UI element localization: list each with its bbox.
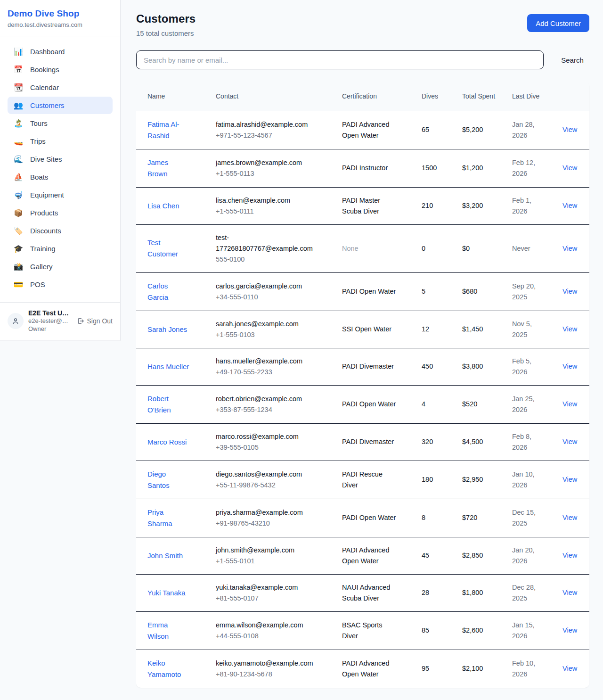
certification: PADI Divemaster	[331, 423, 410, 461]
view-link[interactable]: View	[562, 552, 577, 559]
customer-email: keiko.yamamoto@example.com	[216, 658, 319, 669]
column-header-last-dive: Last Dive	[501, 82, 551, 111]
customer-name-link[interactable]: Test Customer	[147, 239, 178, 258]
view-link[interactable]: View	[562, 245, 577, 252]
sidebar-item-calendar[interactable]: 📆 Calendar	[8, 79, 113, 96]
view-link[interactable]: View	[562, 164, 577, 172]
customer-email: priya.sharma@example.com	[216, 507, 319, 518]
certification: PADI Divemaster	[331, 348, 410, 385]
search-input[interactable]	[136, 50, 544, 69]
table-row: Test Customer test-1772681807767@example…	[136, 224, 589, 272]
customer-phone: +971-55-123-4567	[216, 130, 319, 141]
customer-name-link[interactable]: Hans Mueller	[147, 362, 189, 371]
sidebar-item-label: Gallery	[30, 263, 53, 271]
customer-phone: +1-555-0113	[216, 168, 319, 179]
contact-cell: robert.obrien@example.com +353-87-555-12…	[204, 385, 331, 423]
customer-name-link[interactable]: Diego Santos	[147, 470, 170, 489]
certification: PADI Master Scuba Diver	[331, 187, 410, 224]
view-link[interactable]: View	[562, 400, 577, 408]
sidebar-item-customers[interactable]: 👥 Customers	[8, 97, 113, 114]
customer-email: sarah.jones@example.com	[216, 319, 319, 329]
search-button[interactable]: Search	[555, 54, 589, 66]
sidebar-item-equipment[interactable]: 🤿 Equipment	[8, 186, 113, 204]
customer-name-link[interactable]: Emma Wilson	[147, 621, 169, 640]
customer-name-link[interactable]: Marco Rossi	[147, 438, 187, 446]
sidebar-item-icon: 🌊	[13, 156, 24, 163]
last-dive-date: Feb 8, 2026	[501, 423, 551, 461]
table-row: Yuki Tanaka yuki.tanaka@example.com +81-…	[136, 574, 589, 611]
sidebar-item-icon: 📊	[13, 48, 24, 56]
customer-phone: +353-87-555-1234	[216, 404, 319, 415]
sidebar-header: Demo Dive Shop demo.test.divestreams.com	[0, 0, 120, 36]
sign-out-label: Sign Out	[87, 317, 113, 325]
sidebar-item-pos[interactable]: 💳 POS	[8, 276, 113, 293]
total-spent: $4,500	[451, 423, 501, 461]
table-row: Keiko Yamamoto keiko.yamamoto@example.co…	[136, 650, 589, 688]
view-link[interactable]: View	[562, 476, 577, 483]
dives-count: 8	[410, 499, 451, 537]
dives-count: 12	[410, 311, 451, 348]
sidebar-item-icon: 📸	[13, 263, 24, 271]
last-dive-date: Jan 10, 2026	[501, 461, 551, 499]
customer-name-link[interactable]: James Brown	[147, 158, 168, 178]
column-header-actions	[551, 82, 589, 111]
last-dive-date: Nov 5, 2025	[501, 311, 551, 348]
view-link[interactable]: View	[562, 438, 577, 445]
contact-cell: yuki.tanaka@example.com +81-555-0107	[204, 574, 331, 611]
certification: PADI Rescue Diver	[331, 461, 410, 499]
sign-out-button[interactable]: Sign Out	[77, 317, 113, 325]
customer-name-link[interactable]: Keiko Yamamoto	[147, 659, 181, 678]
person-icon	[12, 317, 19, 325]
view-link[interactable]: View	[562, 589, 577, 596]
customer-email: lisa.chen@example.com	[216, 195, 319, 206]
table-row: Sarah Jones sarah.jones@example.com +1-5…	[136, 311, 589, 348]
total-spent: $2,100	[451, 650, 501, 688]
sidebar-item-icon: 📦	[13, 209, 24, 217]
sidebar-item-tours[interactable]: 🏝️ Tours	[8, 115, 113, 132]
customer-name-link[interactable]: Robert O'Brien	[147, 395, 171, 414]
view-link[interactable]: View	[562, 126, 577, 133]
dives-count: 95	[410, 650, 451, 688]
customer-name-link[interactable]: Lisa Chen	[147, 202, 179, 210]
dives-count: 4	[410, 385, 451, 423]
sidebar-item-dive-sites[interactable]: 🌊 Dive Sites	[8, 150, 113, 168]
view-link[interactable]: View	[562, 626, 577, 634]
sidebar-nav: 📊 Dashboard 📅 Bookings 📆 Calendar 👥 Cust…	[0, 36, 120, 298]
view-link[interactable]: View	[562, 665, 577, 672]
sidebar-item-products[interactable]: 📦 Products	[8, 204, 113, 222]
customer-name-link[interactable]: Carlos Garcia	[147, 282, 168, 301]
customer-name-link[interactable]: John Smith	[147, 552, 183, 560]
sidebar-item-gallery[interactable]: 📸 Gallery	[8, 258, 113, 275]
customer-name-link[interactable]: Fatima Al-Rashid	[147, 120, 179, 140]
customer-name-link[interactable]: Sarah Jones	[147, 325, 187, 333]
sidebar-item-boats[interactable]: ⛵ Boats	[8, 168, 113, 186]
table-row: Fatima Al-Rashid fatima.alrashid@example…	[136, 111, 589, 149]
sidebar-item-icon: 📅	[13, 66, 24, 74]
view-link[interactable]: View	[562, 514, 577, 521]
add-customer-button[interactable]: Add Customer	[527, 14, 589, 32]
sidebar-item-bookings[interactable]: 📅 Bookings	[8, 61, 113, 78]
total-spent: $2,850	[451, 537, 501, 574]
view-link[interactable]: View	[562, 362, 577, 370]
contact-cell: test-1772681807767@example.com 555-0100	[204, 224, 331, 272]
table-row: Diego Santos diego.santos@example.com +5…	[136, 461, 589, 499]
customer-name-link[interactable]: Yuki Tanaka	[147, 589, 186, 597]
sidebar-item-discounts[interactable]: 🏷️ Discounts	[8, 222, 113, 239]
view-link[interactable]: View	[562, 202, 577, 209]
table-row: Carlos Garcia carlos.garcia@example.com …	[136, 272, 589, 311]
view-link[interactable]: View	[562, 325, 577, 333]
customer-phone: +44-555-0108	[216, 631, 319, 642]
column-header-total-spent: Total Spent	[451, 82, 501, 111]
customer-phone: 555-0100	[216, 254, 319, 265]
sidebar-item-training[interactable]: 🎓 Training	[8, 240, 113, 257]
last-dive-date: Jan 15, 2026	[501, 611, 551, 650]
table-header-row: Name Contact Certification Dives Total S…	[136, 82, 589, 111]
sidebar-item-trips[interactable]: 🚤 Trips	[8, 132, 113, 150]
column-header-dives: Dives	[410, 82, 451, 111]
view-link[interactable]: View	[562, 288, 577, 295]
contact-cell: emma.wilson@example.com +44-555-0108	[204, 611, 331, 650]
last-dive-date: Feb 10, 2026	[501, 650, 551, 688]
customer-name-link[interactable]: Priya Sharma	[147, 508, 172, 527]
customer-email: john.smith@example.com	[216, 545, 319, 556]
sidebar-item-dashboard[interactable]: 📊 Dashboard	[8, 43, 113, 60]
